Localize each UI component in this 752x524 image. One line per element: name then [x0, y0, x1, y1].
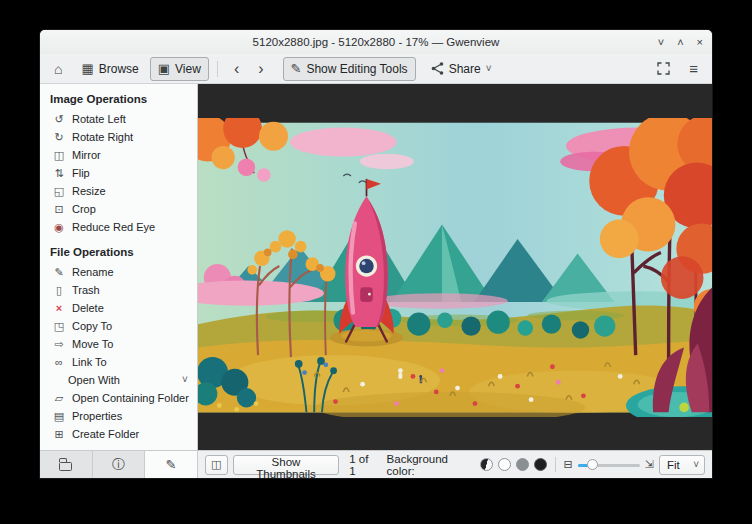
copy-icon: ◳	[53, 321, 65, 332]
thumbnail-bar-icon: ◫	[211, 458, 221, 471]
sidebar-item-resize[interactable]: ◱ Resize	[40, 182, 197, 200]
share-label: Share	[449, 62, 481, 76]
file-operations-header: File Operations	[40, 240, 197, 263]
zoom-mode-value: Fit	[667, 459, 680, 471]
sidebar-content: Image Operations ↺ Rotate Left ↻ Rotate …	[40, 84, 197, 450]
browse-icon: ▦	[81, 62, 93, 75]
sidebar-item-mirror[interactable]: ◫ Mirror	[40, 146, 197, 164]
sidebar-item-move-to[interactable]: ⇨ Move To	[40, 335, 197, 353]
home-button[interactable]: ⌂	[46, 57, 70, 81]
flip-icon: ⇅	[53, 168, 65, 179]
tab-operations[interactable]: ✎	[145, 451, 197, 478]
background-color-label: Background color:	[387, 453, 475, 477]
sidebar-item-open-containing-folder[interactable]: ▱ Open Containing Folder	[40, 389, 197, 407]
mirror-icon: ◫	[53, 150, 65, 161]
sidebar-tab-bar: ⓘ ✎	[40, 450, 197, 478]
main-toolbar: ⌂ ▦ Browse ▣ View ‹ › ✎ Show Editing Too…	[40, 54, 712, 84]
menu-button[interactable]: ≡	[681, 57, 706, 81]
view-label: View	[175, 62, 201, 76]
share-button[interactable]: Share ˅	[423, 57, 500, 81]
show-thumbnails-button[interactable]: Show Thumbnails	[233, 455, 340, 475]
move-icon: ⇨	[53, 339, 65, 350]
red-eye-icon: ◉	[53, 222, 65, 233]
sidebar-item-link-to[interactable]: ∞ Link To	[40, 353, 197, 371]
edit-pencil-icon: ✎	[291, 62, 302, 75]
minimize-button[interactable]: ˅	[658, 37, 664, 48]
delete-icon: ×	[53, 303, 65, 314]
share-nodes-icon	[431, 62, 444, 75]
hamburger-menu-icon: ≡	[689, 61, 698, 76]
fit-fullscreen-button[interactable]	[649, 57, 678, 81]
zoom-slider-handle[interactable]	[587, 459, 598, 470]
chevron-down-icon: ˅	[486, 64, 492, 74]
folder-icon	[59, 462, 72, 471]
rotate-left-icon: ↺	[53, 114, 65, 125]
zoom-slider[interactable]	[578, 458, 640, 472]
tools-sidebar: Image Operations ↺ Rotate Left ↻ Rotate …	[40, 84, 198, 478]
window-controls: ˅ ˄ ×	[658, 30, 703, 54]
sidebar-item-crop[interactable]: ⊡ Crop	[40, 200, 197, 218]
properties-icon: ▤	[53, 411, 65, 422]
crop-icon: ⊡	[53, 204, 65, 215]
image-counter: 1 of 1	[349, 453, 376, 477]
back-icon: ‹	[234, 61, 239, 77]
link-icon: ∞	[53, 357, 65, 368]
edit-pencil-icon: ✎	[166, 457, 177, 472]
browse-label: Browse	[99, 62, 139, 76]
sidebar-item-reduce-red-eye[interactable]: ◉ Reduce Red Eye	[40, 218, 197, 236]
gwenview-window: 5120x2880.jpg - 5120x2880 - 17% — Gwenvi…	[40, 30, 712, 478]
back-button[interactable]: ‹	[226, 57, 247, 81]
image-operations-header: Image Operations	[40, 87, 197, 110]
info-icon: ⓘ	[112, 456, 125, 474]
bg-color-gray-swatch[interactable]	[516, 458, 529, 471]
sidebar-item-rotate-left[interactable]: ↺ Rotate Left	[40, 110, 197, 128]
chevron-down-icon: ˅	[693, 460, 699, 470]
sidebar-item-rename[interactable]: ✎ Rename	[40, 263, 197, 281]
sidebar-item-properties[interactable]: ▤ Properties	[40, 407, 197, 425]
zoom-mode-select[interactable]: Fit ˅	[659, 455, 705, 475]
trash-icon: ▯	[53, 285, 65, 296]
statusbar-separator	[555, 457, 556, 472]
sidebar-item-copy-to[interactable]: ◳ Copy To	[40, 317, 197, 335]
toolbar-separator	[217, 61, 218, 77]
rotate-right-icon: ↻	[53, 132, 65, 143]
zoom-out-icon[interactable]: ⊟	[564, 459, 573, 470]
browse-mode-button[interactable]: ▦ Browse	[73, 57, 146, 81]
folder-open-icon: ▱	[53, 393, 65, 404]
close-button[interactable]: ×	[697, 37, 703, 48]
bg-color-black-swatch[interactable]	[534, 458, 547, 471]
statusbar: ◫ Show Thumbnails 1 of 1 Background colo…	[198, 450, 712, 478]
tab-folders[interactable]	[40, 451, 93, 478]
view-mode-button[interactable]: ▣ View	[150, 57, 209, 81]
show-editing-tools-button[interactable]: ✎ Show Editing Tools	[283, 57, 416, 81]
image-canvas	[198, 118, 712, 417]
fit-fullscreen-icon	[657, 62, 670, 75]
sidebar-item-open-with[interactable]: Open With ˅	[40, 371, 197, 389]
forward-icon: ›	[258, 61, 263, 77]
new-folder-icon: ⊞	[53, 429, 65, 440]
home-icon: ⌂	[54, 62, 62, 76]
bg-color-white-swatch[interactable]	[498, 458, 511, 471]
resize-icon: ◱	[53, 186, 65, 197]
tab-information[interactable]: ⓘ	[93, 451, 146, 478]
chevron-down-icon: ˅	[182, 375, 188, 385]
maximize-button[interactable]: ˄	[677, 37, 683, 48]
image-viewport[interactable]	[198, 84, 712, 450]
viewer-column: ◫ Show Thumbnails 1 of 1 Background colo…	[198, 84, 712, 478]
sidebar-item-flip[interactable]: ⇅ Flip	[40, 164, 197, 182]
editing-tools-label: Show Editing Tools	[306, 62, 407, 76]
sidebar-item-delete[interactable]: × Delete	[40, 299, 197, 317]
main-area: Image Operations ↺ Rotate Left ↻ Rotate …	[40, 84, 712, 478]
forward-button[interactable]: ›	[250, 57, 271, 81]
titlebar[interactable]: 5120x2880.jpg - 5120x2880 - 17% — Gwenvi…	[40, 30, 712, 54]
sidebar-item-rotate-right[interactable]: ↻ Rotate Right	[40, 128, 197, 146]
thumbnail-bar-toggle[interactable]: ◫	[205, 455, 228, 475]
zoom-fit-icon[interactable]: ⇲	[645, 459, 654, 470]
window-title: 5120x2880.jpg - 5120x2880 - 17% — Gwenvi…	[253, 36, 500, 48]
sidebar-item-trash[interactable]: ▯ Trash	[40, 281, 197, 299]
bg-color-auto-swatch[interactable]	[480, 458, 493, 471]
sidebar-item-create-folder[interactable]: ⊞ Create Folder	[40, 425, 197, 443]
rename-icon: ✎	[53, 267, 65, 278]
view-icon: ▣	[158, 62, 170, 75]
